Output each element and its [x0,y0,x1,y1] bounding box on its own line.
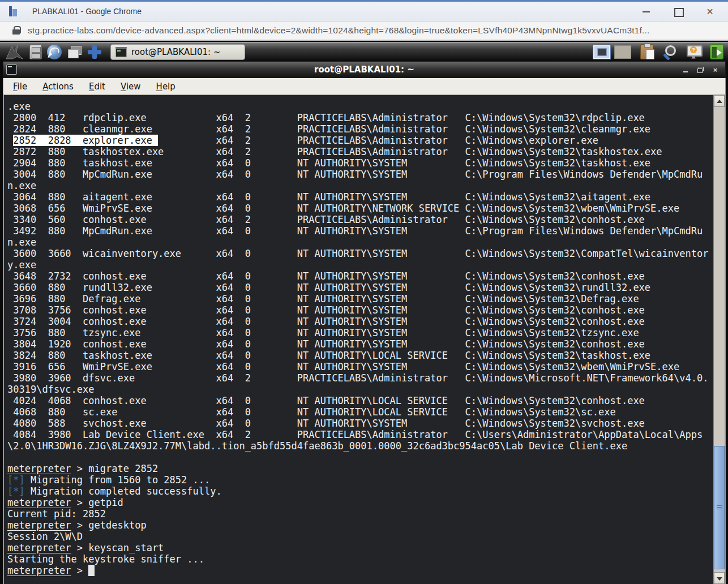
workspace-switcher-2[interactable] [614,45,631,59]
meterpreter-prompt: meterpreter [7,519,71,531]
workspace-switcher-1[interactable] [593,45,610,59]
lock-icon[interactable] [12,26,20,35]
terminal-content-area[interactable]: .exe 2800 412 rdpclip.exe x64 2 PRACTICE… [3,95,726,584]
scroll-thumb[interactable] [714,446,725,569]
terminal-icon [115,47,127,57]
scroll-down-button[interactable] [714,572,725,584]
status-marker: [*] [7,486,25,497]
menu-actions[interactable]: Actions [42,81,74,92]
meterpreter-prompt: meterpreter [7,497,71,508]
terminal-minimize-button[interactable] [683,67,689,73]
terminal-output: .exe 2800 412 rdpclip.exe x64 2 PRACTICE… [7,101,712,576]
screenshot-icon[interactable] [662,45,677,59]
web-browser-icon[interactable] [47,45,62,59]
window-title: PLABKALI01 - Google Chrome [32,7,142,16]
kali-menu-icon[interactable] [5,44,24,60]
taskbar-button-terminal[interactable]: root@PLABKALI01: ~ [110,44,245,60]
window-controls: × [642,7,728,16]
terminal-restore-button[interactable] [697,67,704,73]
terminal-titlebar[interactable]: root@PLABKALI01: ~ × [3,61,726,78]
selected-process-row: 2852 2828 explorer.exe [13,135,158,146]
menu-view[interactable]: View [121,81,141,92]
add-icon[interactable] [88,45,101,59]
scrollbar[interactable] [713,95,725,584]
clipboard-icon[interactable] [640,44,653,59]
terminal-window-controls: × [683,67,725,73]
file-manager-icon[interactable] [29,45,42,59]
panel-right-icons: ? [593,44,728,59]
menu-file[interactable]: File [13,81,27,92]
maximize-button[interactable] [674,7,683,16]
terminal-close-button[interactable]: × [712,67,718,73]
status-marker: [*] [7,474,25,486]
terminal-cursor [88,565,94,576]
meterpreter-prompt: meterpreter [7,565,71,576]
logout-icon[interactable] [710,44,723,59]
help-icon[interactable]: ? [686,45,701,59]
menu-edit[interactable]: Edit [89,81,105,92]
url-bar[interactable]: stg.practice-labs.com/device-advanced.as… [0,22,728,41]
minimize-button[interactable] [642,7,651,16]
meterpreter-prompt: meterpreter [7,542,71,553]
terminal-menubar: FileActionsEditViewHelp [3,78,726,95]
scroll-up-button[interactable] [714,95,725,107]
taskbar-button-label: root@PLABKALI01: ~ [131,47,220,57]
kali-panel: root@PLABKALI01: ~ ? [0,42,728,61]
site-favicon-icon [9,6,18,16]
menu-help[interactable]: Help [156,81,175,92]
terminal-title: root@PLABKALI01: ~ [3,65,725,75]
meterpreter-prompt: meterpreter [7,463,71,474]
windows-stack-icon[interactable] [67,45,83,59]
close-button[interactable]: × [705,7,714,16]
chrome-titlebar: PLABKALI01 - Google Chrome × [0,0,728,22]
url-text[interactable]: stg.practice-labs.com/device-advanced.as… [28,25,650,36]
